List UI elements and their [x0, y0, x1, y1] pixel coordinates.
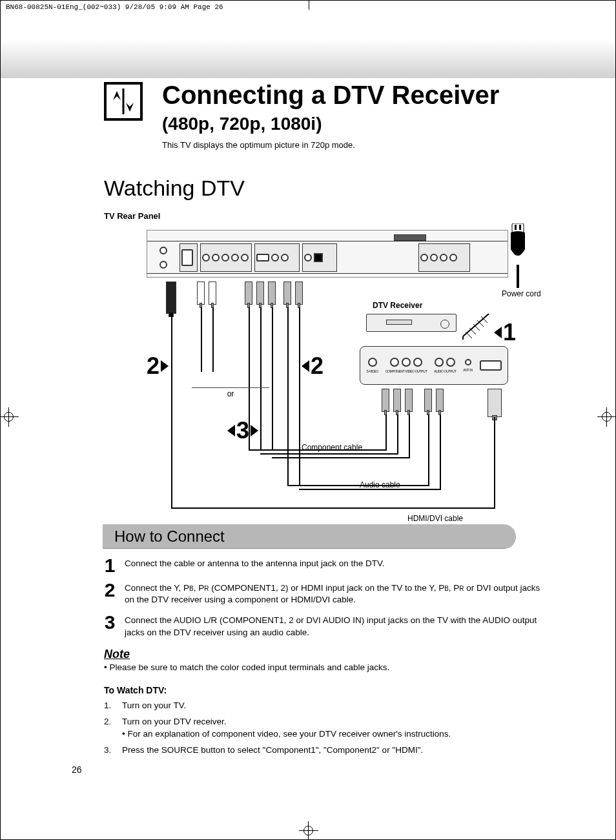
- section-heading-watching: Watching DTV: [104, 176, 551, 201]
- list-item: 3.Press the SOURCE button to select "Com…: [104, 745, 551, 755]
- registration-mark-icon: [0, 407, 19, 427]
- to-watch-dtv-heading: To Watch DTV:: [104, 685, 551, 695]
- note-body: • Please be sure to match the color code…: [104, 662, 551, 672]
- step-marker-1: 1: [494, 319, 516, 346]
- dtv-receiver-label: DTV Receiver: [373, 301, 422, 310]
- to-watch-dtv-list: 1.Turn on your TV. 2.Turn on your DTV re…: [104, 701, 551, 755]
- list-item: 1.Turn on your TV.: [104, 701, 551, 710]
- or-separator: or: [192, 387, 269, 398]
- page-number: 26: [72, 764, 82, 775]
- audio-cable-label: Audio cable: [360, 480, 400, 489]
- step-number: 3: [104, 615, 116, 630]
- title-modes-text: (480p, 720p, 1080i): [162, 114, 322, 134]
- dtv-rear-panel-illustration: S-VIDEO COMPONENT VIDEO OUTPUT AUDIO OUT…: [360, 346, 508, 385]
- component-connector-icon: [268, 282, 276, 305]
- connection-arrows-icon: [104, 82, 143, 121]
- port-label-audio: AUDIO OUTPUT: [434, 369, 456, 373]
- dtv-receiver-illustration: [366, 314, 457, 332]
- step-number: 1: [104, 558, 116, 573]
- step-item: 3 Connect the AUDIO L/R (COMPONENT1, 2 o…: [104, 615, 551, 638]
- list-item-sub: • For an explanation of component video,…: [122, 729, 551, 739]
- power-cord-group: Power cord: [502, 223, 534, 298]
- step-number: 2: [104, 582, 116, 598]
- svg-rect-3: [519, 225, 521, 230]
- audio-connector-icon: [209, 282, 216, 305]
- port-label-component: COMPONENT VIDEO OUTPUT: [385, 369, 427, 373]
- step-text: Connect the Y, PB, PR (COMPONENT1, 2) or…: [125, 582, 551, 606]
- component-connector-icon: [382, 389, 389, 412]
- svg-line-5: [466, 332, 472, 338]
- step-item: 2 Connect the Y, PB, PR (COMPONENT1, 2) …: [104, 582, 551, 606]
- component-connector-icon: [393, 389, 401, 412]
- tv-rear-panel-label: TV Rear Panel: [104, 211, 551, 221]
- component-cable-label: Component cable: [302, 443, 362, 452]
- step-marker-2-right: 2: [302, 353, 323, 380]
- antenna-icon: [457, 307, 495, 340]
- power-plug-icon: [507, 223, 529, 262]
- list-item: 2.Turn on your DTV receiver. • For an ex…: [104, 717, 551, 739]
- page-title: Connecting a DTV Receiver (480p, 720p, 1…: [162, 82, 551, 134]
- connection-diagram: Power cord DTV Receiver S-VIDEO COMPONEN…: [101, 223, 515, 514]
- audio-connector-icon: [295, 282, 303, 305]
- audio-connector-icon: [197, 282, 205, 305]
- step-marker-3: 3: [227, 417, 258, 444]
- hdmi-connector-icon: [166, 282, 176, 314]
- connection-steps-list: 1 Connect the cable or antenna to the an…: [104, 558, 551, 639]
- print-metadata-header: BN68-00825N-01Eng_(002~033) 9/28/05 9:09…: [1, 1, 615, 14]
- audio-connector-icon: [283, 282, 291, 305]
- crop-tick-top: [309, 1, 309, 10]
- updown-arrows-icon: [109, 87, 138, 116]
- how-to-connect-band: How to Connect: [103, 524, 516, 549]
- svg-line-6: [469, 328, 476, 334]
- component-connector-icon: [245, 282, 252, 305]
- audio-connector-icon: [424, 389, 432, 412]
- title-subtitle: This TV displays the optimum picture in …: [162, 140, 551, 150]
- step-item: 1 Connect the cable or antenna to the an…: [104, 558, 551, 573]
- component-connector-icon: [256, 282, 264, 305]
- power-cord-label: Power cord: [502, 289, 534, 298]
- note-heading: Note: [104, 648, 551, 661]
- hdmi-cable-label: HDMI/DVI cable: [407, 514, 463, 523]
- step-text: Connect the cable or antenna to the ante…: [125, 558, 551, 569]
- registration-mark-icon: [597, 407, 616, 427]
- audio-connector-icon: [436, 389, 444, 412]
- header-gradient-band: [1, 39, 615, 78]
- step-text: Connect the AUDIO L/R (COMPONENT1, 2 or …: [125, 615, 551, 638]
- step-marker-2-left: 2: [147, 353, 169, 380]
- port-label-ant: ANT IN: [463, 368, 473, 372]
- port-label-svideo: S-VIDEO: [366, 369, 378, 373]
- content-area: Connecting a DTV Receiver (480p, 720p, 1…: [1, 82, 615, 755]
- title-main-text: Connecting a DTV Receiver: [162, 81, 499, 109]
- svg-rect-2: [515, 225, 517, 230]
- svg-rect-1: [512, 223, 524, 232]
- component-connector-icon: [405, 389, 413, 412]
- tv-rear-panel-illustration: [147, 230, 508, 278]
- dvi-connector-icon: [488, 389, 502, 417]
- page: BN68-00825N-01Eng_(002~033) 9/28/05 9:09…: [0, 0, 616, 840]
- title-row: Connecting a DTV Receiver (480p, 720p, 1…: [104, 82, 551, 150]
- how-to-connect-heading: How to Connect: [114, 528, 225, 546]
- registration-mark-icon: [299, 821, 318, 840]
